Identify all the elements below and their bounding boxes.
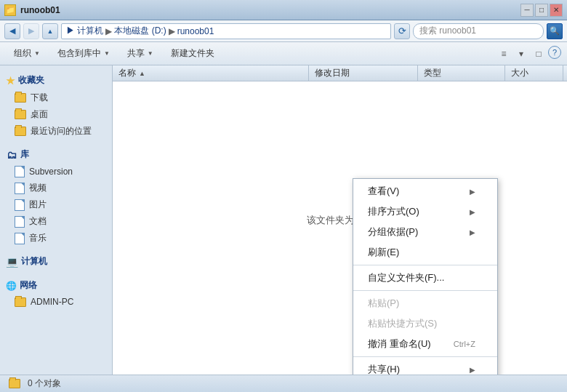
search-button[interactable]: 🔍	[547, 23, 563, 39]
refresh-button[interactable]: ⟳	[394, 23, 410, 39]
ctx-arrow-share: ▶	[470, 366, 475, 374]
title-bar-left: 📁 runoob01	[4, 4, 60, 16]
back-button[interactable]: ◀	[4, 23, 20, 39]
col-header-name[interactable]: 名称 ▲	[113, 65, 309, 81]
sidebar-item-video[interactable]: 视频	[0, 180, 112, 196]
sidebar-item-desktop[interactable]: 桌面	[0, 106, 112, 123]
folder-icon	[15, 110, 26, 119]
network-icon: 🌐	[6, 281, 17, 291]
folder-icon	[15, 127, 26, 136]
ctx-item-customize[interactable]: 自定义文件夹(F)...	[353, 268, 497, 288]
doc-icon	[15, 199, 25, 211]
ctx-separator-3	[353, 356, 497, 357]
search-box[interactable]: 搜索 runoob01	[413, 23, 544, 39]
col-header-type[interactable]: 类型	[418, 65, 505, 81]
computer-section: 💻 计算机	[0, 252, 112, 271]
ctx-separator-2	[353, 290, 497, 291]
doc-icon	[15, 183, 25, 194]
doc-icon	[15, 216, 25, 228]
ctx-item-sort[interactable]: 排序方式(O) ▶	[353, 201, 497, 222]
sidebar-item-subversion[interactable]: Subversion	[0, 164, 112, 180]
favorites-header: ★ 收藏夹	[0, 71, 112, 89]
title-controls: ─ □ ✕	[520, 4, 563, 17]
path-disk[interactable]: 本地磁盘 (D:)	[114, 25, 166, 37]
ctx-arrow-sort: ▶	[470, 208, 475, 216]
toolbar: 组织 ▼ 包含到库中 ▼ 共享 ▼ 新建文件夹 ≡ ▾ □ ?	[0, 42, 567, 65]
help-button[interactable]: ?	[548, 46, 561, 59]
up-button[interactable]: ▲	[42, 23, 58, 39]
status-bar: 0 个对象	[0, 375, 567, 392]
file-area: 名称 ▲ 修改日期 类型 大小 该文件夹为空。 查看(V) ▶	[113, 65, 567, 375]
search-placeholder: 搜索 runoob01	[419, 25, 476, 37]
address-path[interactable]: ▶ 计算机 ▶ 本地磁盘 (D:) ▶ runoob01	[61, 23, 391, 39]
minimize-button[interactable]: ─	[520, 4, 534, 17]
network-section: 🌐 网络 ADMIN-PC	[0, 276, 112, 309]
address-bar: ◀ ▶ ▲ ▶ 计算机 ▶ 本地磁盘 (D:) ▶ runoob01 ⟳ 搜索 …	[0, 20, 567, 42]
status-folder-icon	[9, 379, 20, 388]
ctx-arrow-group: ▶	[470, 228, 475, 236]
library-section: 🗂 库 Subversion 视频 图片 文档 音乐	[0, 145, 112, 247]
window-icon: 📁	[4, 4, 16, 16]
list-view-button[interactable]: ≡	[496, 46, 512, 62]
include-library-button[interactable]: 包含到库中 ▼	[49, 44, 118, 63]
library-header: 🗂 库	[0, 145, 112, 164]
folder-icon	[15, 297, 26, 307]
ctx-item-group[interactable]: 分组依据(P) ▶	[353, 222, 497, 242]
doc-icon	[15, 166, 25, 177]
computer-icon: 💻	[6, 256, 18, 268]
title-bar: 📁 runoob01 ─ □ ✕	[0, 0, 567, 20]
ctx-item-undo[interactable]: 撤消 重命名(U) Ctrl+Z	[353, 334, 497, 354]
library-icon: 🗂	[6, 149, 17, 161]
sidebar-item-documents[interactable]: 文档	[0, 213, 112, 230]
forward-button[interactable]: ▶	[23, 23, 39, 39]
new-folder-button[interactable]: 新建文件夹	[163, 44, 222, 63]
close-button[interactable]: ✕	[550, 4, 563, 17]
ctx-item-share[interactable]: 共享(H) ▶	[353, 359, 497, 375]
include-arrow: ▼	[104, 50, 110, 57]
sidebar-item-admin-pc[interactable]: ADMIN-PC	[0, 295, 112, 309]
maximize-button[interactable]: □	[535, 4, 548, 17]
ctx-item-view[interactable]: 查看(V) ▶	[353, 181, 497, 201]
sidebar-item-pictures[interactable]: 图片	[0, 196, 112, 213]
dropdown-view-button[interactable]: ▾	[513, 46, 529, 62]
main-content: ★ 收藏夹 下载 桌面 最近访问的位置 🗂 库	[0, 65, 567, 375]
ctx-item-refresh[interactable]: 刷新(E)	[353, 242, 497, 263]
ctx-separator-1	[353, 265, 497, 265]
share-button[interactable]: 共享 ▼	[119, 44, 161, 63]
folder-icon	[15, 93, 26, 103]
path-computer[interactable]: ▶ 计算机	[66, 25, 103, 37]
path-folder[interactable]: runoob01	[177, 26, 214, 36]
sidebar-item-recent[interactable]: 最近访问的位置	[0, 123, 112, 140]
context-menu: 查看(V) ▶ 排序方式(O) ▶ 分组依据(P) ▶ 刷	[353, 178, 498, 375]
organize-button[interactable]: 组织 ▼	[6, 44, 48, 63]
doc-icon	[15, 233, 25, 244]
sidebar: ★ 收藏夹 下载 桌面 最近访问的位置 🗂 库	[0, 65, 113, 375]
sidebar-item-music[interactable]: 音乐	[0, 230, 112, 247]
computer-header: 💻 计算机	[0, 252, 112, 271]
window-title: runoob01	[20, 5, 60, 15]
ctx-arrow-view: ▶	[470, 188, 475, 196]
col-header-size[interactable]: 大小	[505, 65, 563, 81]
panel-view-button[interactable]: □	[531, 46, 547, 62]
favorites-section: ★ 收藏夹 下载 桌面 最近访问的位置	[0, 71, 112, 140]
ctx-item-paste-shortcut: 粘贴快捷方式(S)	[353, 313, 497, 334]
organize-arrow: ▼	[34, 50, 40, 57]
view-buttons: ≡ ▾ □ ?	[496, 46, 561, 62]
ctx-item-paste: 粘贴(P)	[353, 293, 497, 313]
star-icon: ★	[6, 75, 15, 87]
sidebar-item-download[interactable]: 下载	[0, 89, 112, 106]
status-text: 0 个对象	[28, 377, 61, 390]
network-header: 🌐 网络	[0, 276, 112, 295]
ctx-shortcut-undo: Ctrl+Z	[454, 340, 475, 348]
share-arrow: ▼	[148, 50, 153, 57]
col-header-date[interactable]: 修改日期	[309, 65, 418, 81]
column-headers: 名称 ▲ 修改日期 类型 大小	[113, 65, 567, 81]
